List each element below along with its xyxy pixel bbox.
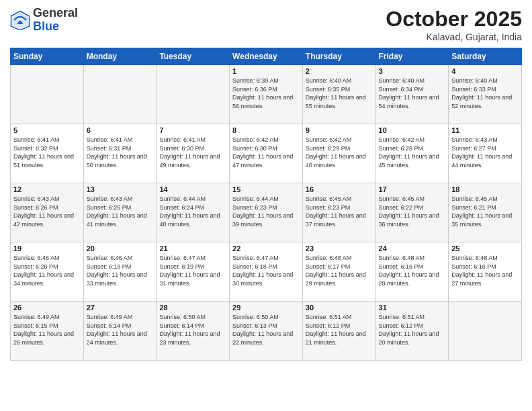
header: General Blue October 2025 Kalavad, Gujar… [10,7,522,42]
calendar-cell: 26Sunrise: 6:49 AM Sunset: 6:15 PM Dayli… [11,302,84,361]
day-header-wednesday: Wednesday [230,48,303,65]
logo: General Blue [10,7,78,34]
day-number: 14 [159,185,226,193]
day-number: 23 [306,244,373,253]
week-row-4: 26Sunrise: 6:49 AM Sunset: 6:15 PM Dayli… [11,302,522,361]
day-number: 9 [306,126,373,134]
day-info: Sunrise: 6:47 AM Sunset: 6:18 PM Dayligh… [232,254,300,287]
calendar-cell: 10Sunrise: 6:42 AM Sunset: 6:28 PM Dayli… [375,124,449,183]
day-number: 20 [87,244,154,253]
day-number: 11 [451,126,519,134]
day-header-monday: Monday [83,48,157,65]
day-info: Sunrise: 6:48 AM Sunset: 6:16 PM Dayligh… [379,254,446,287]
day-info: Sunrise: 6:48 AM Sunset: 6:16 PM Dayligh… [451,254,519,287]
day-number: 2 [306,67,373,75]
calendar-cell: 30Sunrise: 6:51 AM Sunset: 6:12 PM Dayli… [302,302,375,361]
month-title: October 2025 [386,7,522,32]
day-number: 29 [232,304,300,312]
day-number: 10 [379,126,446,134]
day-number: 13 [87,185,154,193]
day-header-friday: Friday [375,48,449,65]
calendar-cell: 23Sunrise: 6:48 AM Sunset: 6:17 PM Dayli… [302,242,375,302]
calendar-cell [83,65,157,124]
day-header-sunday: Sunday [11,48,84,65]
day-info: Sunrise: 6:41 AM Sunset: 6:32 PM Dayligh… [13,136,81,169]
page: General Blue October 2025 Kalavad, Gujar… [0,0,532,411]
calendar-cell: 9Sunrise: 6:42 AM Sunset: 6:29 PM Daylig… [302,124,375,183]
day-info: Sunrise: 6:39 AM Sunset: 6:36 PM Dayligh… [232,77,300,110]
day-info: Sunrise: 6:51 AM Sunset: 6:12 PM Dayligh… [379,313,446,347]
day-info: Sunrise: 6:42 AM Sunset: 6:30 PM Dayligh… [232,136,300,169]
week-row-3: 19Sunrise: 6:46 AM Sunset: 6:20 PM Dayli… [11,242,522,302]
day-info: Sunrise: 6:42 AM Sunset: 6:28 PM Dayligh… [379,136,446,169]
day-number: 22 [232,244,300,253]
calendar-cell: 15Sunrise: 6:44 AM Sunset: 6:23 PM Dayli… [230,183,303,242]
day-header-thursday: Thursday [302,48,375,65]
calendar-table: SundayMondayTuesdayWednesdayThursdayFrid… [10,48,522,361]
day-info: Sunrise: 6:47 AM Sunset: 6:19 PM Dayligh… [159,254,226,287]
day-header-saturday: Saturday [449,48,522,65]
day-info: Sunrise: 6:50 AM Sunset: 6:14 PM Dayligh… [159,313,226,347]
logo-blue: Blue [33,19,59,33]
calendar-cell: 5Sunrise: 6:41 AM Sunset: 6:32 PM Daylig… [11,124,84,183]
calendar-cell: 27Sunrise: 6:49 AM Sunset: 6:14 PM Dayli… [83,302,157,361]
day-number: 8 [232,126,300,134]
calendar-cell [11,65,84,124]
day-info: Sunrise: 6:44 AM Sunset: 6:24 PM Dayligh… [159,195,226,228]
day-info: Sunrise: 6:40 AM Sunset: 6:34 PM Dayligh… [379,77,446,110]
calendar-cell: 3Sunrise: 6:40 AM Sunset: 6:34 PM Daylig… [375,65,449,124]
day-info: Sunrise: 6:46 AM Sunset: 6:19 PM Dayligh… [87,254,154,287]
calendar-cell: 1Sunrise: 6:39 AM Sunset: 6:36 PM Daylig… [230,65,303,124]
day-number: 5 [13,126,81,134]
day-number: 21 [159,244,226,253]
day-number: 26 [13,304,81,312]
title-section: October 2025 Kalavad, Gujarat, India [386,7,522,42]
calendar-cell: 20Sunrise: 6:46 AM Sunset: 6:19 PM Dayli… [83,242,157,302]
calendar-cell: 16Sunrise: 6:45 AM Sunset: 6:23 PM Dayli… [302,183,375,242]
day-info: Sunrise: 6:40 AM Sunset: 6:35 PM Dayligh… [306,77,373,110]
logo-general: General [33,6,78,19]
calendar-cell: 12Sunrise: 6:43 AM Sunset: 6:26 PM Dayli… [11,183,84,242]
calendar-cell [449,302,522,361]
day-number: 16 [306,185,373,193]
week-row-0: 1Sunrise: 6:39 AM Sunset: 6:36 PM Daylig… [11,65,522,124]
day-info: Sunrise: 6:49 AM Sunset: 6:14 PM Dayligh… [87,313,154,347]
day-info: Sunrise: 6:43 AM Sunset: 6:26 PM Dayligh… [13,195,81,228]
day-info: Sunrise: 6:45 AM Sunset: 6:22 PM Dayligh… [379,195,446,228]
day-number: 30 [306,304,373,312]
day-number: 4 [451,67,519,75]
calendar-cell: 4Sunrise: 6:40 AM Sunset: 6:33 PM Daylig… [449,65,522,124]
calendar-cell: 31Sunrise: 6:51 AM Sunset: 6:12 PM Dayli… [375,302,449,361]
calendar-cell: 6Sunrise: 6:41 AM Sunset: 6:31 PM Daylig… [83,124,157,183]
day-info: Sunrise: 6:43 AM Sunset: 6:25 PM Dayligh… [87,195,154,228]
day-info: Sunrise: 6:45 AM Sunset: 6:23 PM Dayligh… [306,195,373,228]
day-info: Sunrise: 6:51 AM Sunset: 6:12 PM Dayligh… [306,313,373,347]
calendar-cell: 2Sunrise: 6:40 AM Sunset: 6:35 PM Daylig… [302,65,375,124]
calendar-cell: 24Sunrise: 6:48 AM Sunset: 6:16 PM Dayli… [375,242,449,302]
days-of-week-row: SundayMondayTuesdayWednesdayThursdayFrid… [11,48,522,65]
calendar-cell: 22Sunrise: 6:47 AM Sunset: 6:18 PM Dayli… [230,242,303,302]
day-number: 25 [451,244,519,253]
calendar-cell: 8Sunrise: 6:42 AM Sunset: 6:30 PM Daylig… [230,124,303,183]
day-number: 6 [87,126,154,134]
calendar-cell: 29Sunrise: 6:50 AM Sunset: 6:13 PM Dayli… [230,302,303,361]
calendar-cell [157,65,230,124]
day-info: Sunrise: 6:48 AM Sunset: 6:17 PM Dayligh… [306,254,373,287]
calendar-cell: 28Sunrise: 6:50 AM Sunset: 6:14 PM Dayli… [157,302,230,361]
day-number: 17 [379,185,446,193]
day-info: Sunrise: 6:41 AM Sunset: 6:30 PM Dayligh… [159,136,226,169]
calendar-cell: 14Sunrise: 6:44 AM Sunset: 6:24 PM Dayli… [157,183,230,242]
week-row-2: 12Sunrise: 6:43 AM Sunset: 6:26 PM Dayli… [11,183,522,242]
day-info: Sunrise: 6:43 AM Sunset: 6:27 PM Dayligh… [451,136,519,169]
day-number: 24 [379,244,446,253]
calendar-cell: 7Sunrise: 6:41 AM Sunset: 6:30 PM Daylig… [157,124,230,183]
day-number: 18 [451,185,519,193]
day-header-tuesday: Tuesday [157,48,230,65]
logo-text: General Blue [33,7,78,34]
calendar-cell: 11Sunrise: 6:43 AM Sunset: 6:27 PM Dayli… [449,124,522,183]
day-info: Sunrise: 6:49 AM Sunset: 6:15 PM Dayligh… [13,313,81,347]
calendar-cell: 18Sunrise: 6:45 AM Sunset: 6:21 PM Dayli… [449,183,522,242]
day-number: 28 [159,304,226,312]
day-info: Sunrise: 6:46 AM Sunset: 6:20 PM Dayligh… [13,254,81,287]
calendar-header: SundayMondayTuesdayWednesdayThursdayFrid… [11,48,522,65]
